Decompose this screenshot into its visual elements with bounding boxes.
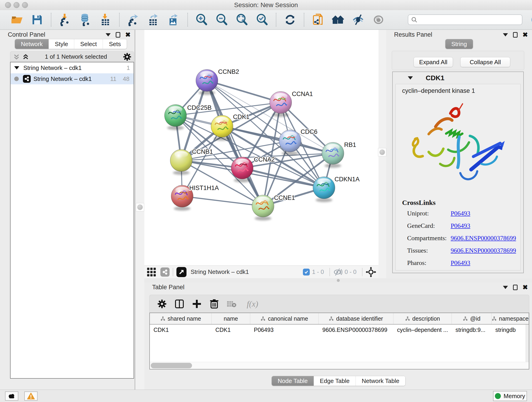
tab-sets[interactable]: Sets — [103, 39, 127, 49]
hide-selected-button[interactable] — [350, 12, 367, 28]
zoom-selected-button[interactable] — [254, 12, 270, 28]
float-panel-icon[interactable] — [513, 32, 518, 38]
open-session-button[interactable] — [9, 12, 25, 28]
column-header-shared-name[interactable]: shared name — [150, 313, 212, 324]
table-cell[interactable]: P06493 — [250, 325, 319, 335]
node-CDC25B[interactable] — [165, 104, 186, 130]
table-cell[interactable]: cyclin–dependent ... — [393, 325, 452, 335]
collapse-panel-icon[interactable] — [106, 33, 111, 36]
column-header-name[interactable]: name — [212, 313, 250, 324]
zoom-in-button[interactable] — [193, 12, 210, 28]
column-header-namespace[interactable]: namespace — [492, 313, 529, 324]
right-splitter[interactable] — [379, 30, 387, 278]
section-collapse-icon[interactable] — [408, 76, 413, 80]
bottom-splitter[interactable] — [144, 278, 532, 282]
tab-node-table[interactable]: Node Table — [272, 376, 314, 386]
create-column-button[interactable] — [190, 297, 204, 311]
bottom-splitter-handle[interactable] — [337, 279, 340, 282]
show-columns-button[interactable] — [172, 297, 186, 311]
selected-nodes-checkbox[interactable] — [303, 269, 310, 275]
column-header-database-identifier[interactable]: database identifier — [319, 313, 393, 324]
refresh-button[interactable] — [282, 12, 298, 28]
import-database-button[interactable] — [77, 12, 94, 28]
expand-all-networks-icon[interactable] — [22, 53, 29, 60]
grid-view-icon[interactable] — [147, 267, 156, 277]
warnings-button[interactable] — [24, 391, 38, 401]
expand-all-button[interactable]: Expand All — [413, 57, 453, 67]
table-cell[interactable]: stringdb — [492, 325, 529, 335]
collapse-all-networks-icon[interactable] — [13, 53, 20, 60]
crosslink-link[interactable]: P06493 — [451, 210, 470, 217]
memory-button[interactable]: Memory — [493, 391, 527, 401]
table-cell[interactable]: CDK1 — [150, 325, 212, 335]
tab-edge-table[interactable]: Edge Table — [314, 376, 356, 386]
tab-network-table[interactable]: Network Table — [356, 376, 405, 386]
right-splitter-handle[interactable] — [378, 148, 386, 156]
tab-style[interactable]: Style — [49, 39, 74, 49]
delete-column-button[interactable] — [207, 297, 221, 311]
left-splitter-handle[interactable] — [136, 203, 144, 211]
crosslink-link[interactable]: P06493 — [451, 222, 470, 230]
node-RB1[interactable] — [322, 142, 344, 168]
table-cell[interactable]: stringdb:9... — [452, 325, 492, 335]
function-builder-button[interactable]: f(x) — [242, 297, 263, 311]
zoom-fit-button[interactable] — [234, 12, 250, 28]
column-header-@id[interactable]: @id — [452, 313, 492, 324]
column-header-description[interactable]: description — [393, 313, 452, 324]
save-session-button[interactable] — [29, 12, 45, 28]
close-panel-icon[interactable]: ✖ — [523, 285, 528, 290]
table-row[interactable]: CDK1CDK1P064939606.ENSP00000378699cyclin… — [150, 325, 529, 335]
delete-table-button[interactable] — [225, 297, 239, 311]
node-CDKN1A[interactable] — [313, 177, 335, 202]
column-header-canonical-name[interactable]: canonical name — [250, 313, 319, 324]
show-all-button[interactable] — [370, 12, 387, 28]
import-network-button[interactable] — [57, 12, 73, 28]
node-CCNB2[interactable] — [196, 70, 218, 95]
crosslink-link[interactable]: 9606.ENSP00000378699 — [451, 235, 516, 242]
export-network-button[interactable] — [125, 12, 142, 28]
scrollbar-thumb[interactable] — [151, 363, 192, 368]
collapse-panel-icon[interactable] — [503, 33, 508, 36]
import-table-button[interactable] — [97, 12, 114, 28]
home-button[interactable] — [330, 12, 346, 28]
table-settings-button[interactable] — [155, 297, 169, 311]
crosslink-link[interactable]: P06493 — [451, 259, 470, 267]
collapse-panel-icon[interactable] — [503, 286, 508, 289]
left-splitter[interactable] — [135, 30, 145, 390]
network-collection-row[interactable]: String Network – cdk1 1 — [11, 62, 133, 73]
birdseye-crosshair-icon[interactable] — [366, 267, 376, 277]
tab-string[interactable]: String — [445, 39, 473, 49]
close-panel-icon[interactable]: ✖ — [523, 32, 528, 38]
node-CCNA1[interactable] — [270, 91, 292, 117]
zoom-out-button[interactable] — [214, 12, 230, 28]
node-CCNE1[interactable] — [252, 195, 274, 220]
edge-CCNB2-CCNA1[interactable] — [207, 80, 281, 102]
search-input[interactable] — [408, 14, 522, 25]
collapse-all-button[interactable]: Collapse All — [460, 57, 510, 67]
tab-network[interactable]: Network — [15, 39, 49, 49]
network-options-gear-icon[interactable] — [123, 52, 132, 61]
network-row-selected[interactable]: String Network – cdk1 11 48 — [11, 73, 133, 84]
export-table-button[interactable] — [145, 12, 162, 28]
detach-view-button[interactable] — [177, 267, 186, 277]
collection-expand-icon[interactable] — [14, 66, 19, 70]
tab-select[interactable]: Select — [74, 39, 103, 49]
share-document-button[interactable] — [310, 12, 326, 28]
table-cell[interactable]: CDK1 — [212, 325, 250, 335]
edge-HIST1H1A-CCNE1[interactable] — [182, 196, 263, 206]
protein-section-header[interactable]: CDK1 — [393, 72, 523, 84]
hidden-eye-slash-icon[interactable] — [333, 268, 342, 276]
float-panel-icon[interactable] — [116, 32, 120, 38]
float-panel-icon[interactable] — [513, 285, 518, 290]
table-cell[interactable]: 9606.ENSP00000378699 — [319, 325, 393, 335]
main-toolbar: ? — [0, 10, 532, 30]
string-view-icon[interactable] — [160, 268, 170, 277]
table-vertical-scrollbar[interactable] — [526, 325, 529, 362]
node-CCNB1[interactable] — [170, 149, 192, 175]
crosslink-link[interactable]: 9606.ENSP00000378699 — [451, 247, 516, 254]
table-horizontal-scrollbar[interactable] — [150, 362, 529, 369]
export-image-button[interactable] — [165, 12, 182, 28]
network-canvas[interactable]: CCNB2CCNA1CDC25BCDK1CDC6RB1CCNB1CCNA2CDK… — [144, 30, 379, 265]
close-panel-icon[interactable]: ✖ — [125, 32, 131, 38]
cloud-status-button[interactable] — [5, 391, 18, 401]
